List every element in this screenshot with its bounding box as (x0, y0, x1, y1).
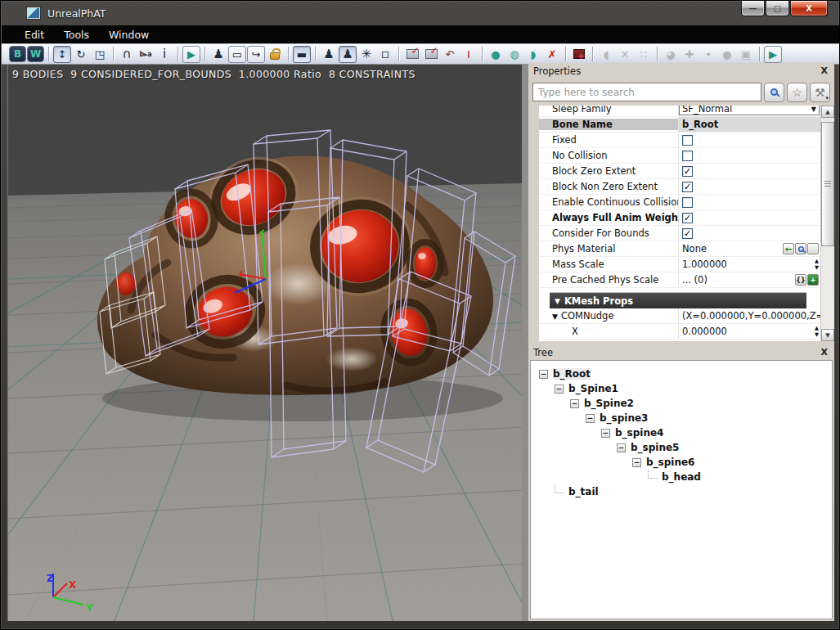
checkbox-checked[interactable]: ✓ (682, 228, 693, 239)
body-mode-button[interactable]: B (9, 46, 26, 62)
menu-item-tools[interactable]: Tools (54, 27, 99, 43)
viewport-3d-scene[interactable]: Z X Y (8, 65, 522, 621)
add-element-icon[interactable]: + (807, 274, 819, 286)
delete-constraint-button[interactable]: ✕ (616, 46, 634, 63)
value-spinner[interactable]: ▲▼ (815, 326, 819, 337)
property-value[interactable]: b_Root (678, 117, 820, 132)
properties-scrollbar[interactable]: ▲ ▼ (820, 106, 834, 341)
add-sphere-button[interactable]: ● (487, 46, 505, 63)
value-spinner[interactable]: ▲▼ (815, 259, 819, 270)
maximize-button[interactable]: □ (766, 1, 789, 16)
expand-triangle-icon[interactable]: ▼ (552, 313, 558, 321)
show-skeleton-button[interactable]: ♟ (209, 46, 227, 63)
tree-item-b_tail[interactable]: b_tail (531, 484, 832, 499)
checkbox-unchecked[interactable] (682, 197, 693, 208)
property-row-block-non-zero-extent[interactable]: Block Non Zero Extent✓ (539, 179, 820, 195)
convert-to-skeletal-button[interactable]: ● (718, 46, 736, 63)
constraint-snap-button[interactable]: ◖ (597, 46, 615, 63)
property-value[interactable]: 1.000000▲▼ (678, 257, 820, 272)
property-row-bone-name[interactable]: Bone Nameb_Root (539, 117, 820, 133)
property-value[interactable]: ✓ (678, 179, 820, 194)
property-value[interactable]: ... (0){}+ (678, 272, 820, 287)
use-selected-icon[interactable]: ← (783, 243, 794, 254)
tree-expander-icon[interactable]: − (539, 370, 548, 379)
lock-rotation-button[interactable] (266, 46, 284, 63)
property-row-always-full-anim-weight[interactable]: Always Full Anim Weight✓ (539, 210, 820, 226)
search-favorites-button[interactable]: ☆ (787, 83, 807, 102)
tree-expander-icon[interactable]: − (586, 414, 595, 423)
fix-all-bodies-button[interactable]: ▣ (737, 46, 755, 63)
tree-expander-icon[interactable]: − (632, 458, 641, 467)
property-row-no-collision[interactable]: No Collision (539, 148, 820, 164)
play-button[interactable]: ▶ (764, 46, 782, 63)
property-row-consider-for-bounds[interactable]: Consider For Bounds✓ (539, 226, 820, 241)
draw-anim-skeleton-button[interactable]: ♟ (320, 46, 338, 63)
property-row-pre-cached-phys-scale[interactable]: Pre Cached Phys Scale... (0){}+ (539, 272, 820, 288)
checkbox-checked[interactable]: ✓ (682, 166, 693, 177)
property-value[interactable]: 0.000000▲▼ (678, 324, 820, 339)
tree-item-b_spine3[interactable]: −b_spine3 (531, 411, 832, 425)
show-collision-wireframe-button[interactable]: ▭ (228, 46, 246, 63)
simulate-button[interactable]: ▶ (182, 46, 200, 63)
tree-item-b_root[interactable]: −b_Root (531, 367, 832, 381)
scroll-up-button[interactable]: ▲ (821, 106, 834, 118)
show-floor-button[interactable]: ▬ (293, 46, 311, 63)
tree-item-b_spine6[interactable]: −b_spine6 (531, 455, 832, 470)
copy-to-mirror-button[interactable] (403, 46, 421, 63)
property-value[interactable] (678, 195, 820, 209)
property-value[interactable]: None← (678, 241, 820, 256)
tree-expander-icon[interactable]: − (555, 385, 564, 394)
draw-mesh-button[interactable]: ♟ (339, 46, 357, 63)
show-constraint-button[interactable]: ↪ (247, 46, 265, 63)
find-in-browser-icon[interactable] (795, 243, 806, 254)
property-row-block-zero-extent[interactable]: Block Zero Extent✓ (539, 164, 820, 179)
tree-close-button[interactable]: X (820, 347, 829, 358)
copy-properties-button[interactable]: b▸a (137, 46, 155, 63)
scale-button[interactable]: ◳ (91, 46, 109, 63)
property-row-mass-scale[interactable]: Mass Scale1.000000▲▼ (539, 257, 820, 272)
search-go-button[interactable] (764, 83, 784, 102)
property-row-x[interactable]: X0.000000▲▼ (539, 324, 820, 340)
search-options-button[interactable]: ⚒▾ (810, 83, 830, 102)
braces-icon[interactable]: {} (795, 274, 806, 286)
add-capsule-button[interactable]: ◗ (524, 46, 542, 63)
undo-setup-button[interactable]: ↶ (441, 46, 459, 63)
tree-expander-icon[interactable]: − (570, 399, 579, 408)
instance-flag-button[interactable]: I (460, 46, 478, 63)
tree-item-b_spine1[interactable]: −b_Spine1 (531, 381, 832, 396)
minimize-button[interactable]: — (741, 1, 765, 16)
title-bar[interactable]: UnrealPhAT —□X (1, 1, 839, 25)
property-value[interactable]: (X=0.000000,Y=0.000000,Z=0.00 (678, 308, 820, 323)
close-button[interactable]: X (790, 1, 828, 16)
properties-close-button[interactable]: X (820, 65, 829, 76)
checkbox-checked[interactable]: ✓ (682, 182, 693, 192)
property-value[interactable]: ✓ (678, 210, 820, 225)
tree-item-b_spine4[interactable]: −b_spine4 (531, 425, 832, 440)
property-row-phys-material[interactable]: Phys MaterialNone← (539, 241, 820, 257)
clear-icon[interactable] (807, 243, 819, 254)
menu-item-edit[interactable]: Edit (15, 27, 54, 43)
rotate-button[interactable]: ↻ (72, 46, 90, 63)
snap-button[interactable]: ∩ (118, 46, 136, 63)
delete-primitive-button[interactable]: ✗ (543, 46, 561, 63)
panel-splitter[interactable] (522, 65, 528, 621)
show-com-button[interactable]: ✳ (357, 46, 375, 63)
kmesh-props-section-header[interactable]: ▼ KMesh Props (550, 292, 806, 308)
tree-item-b_spine2[interactable]: −b_Spine2 (531, 396, 832, 411)
property-value[interactable]: SF_Normal▼ (678, 106, 820, 116)
duplicate-primitive-button[interactable] (570, 46, 588, 63)
viewport[interactable]: Z X Y 9 BODIES 9 CONSIDERED_FOR_BOUNDS 1… (7, 65, 522, 621)
combo-arrow-icon[interactable]: ▼ (811, 106, 816, 113)
constraint-mode-button[interactable]: W (27, 46, 44, 62)
tree-item-b_spine5[interactable]: −b_spine5 (531, 440, 832, 455)
instance-properties-button[interactable]: i (155, 46, 173, 63)
menu-item-window[interactable]: Window (99, 27, 159, 43)
tree-item-b_head[interactable]: b_head (531, 470, 832, 484)
property-row-sleep-family[interactable]: Sleep FamilySF_Normal▼ (539, 106, 820, 117)
property-row-enable-continuous-collision-det[interactable]: Enable Continuous Collision Det (539, 195, 820, 210)
property-value[interactable]: ✓ (678, 226, 820, 241)
tree-expander-icon[interactable]: − (617, 443, 626, 452)
property-row-comnudge[interactable]: ▼COMNudge(X=0.000000,Y=0.000000,Z=0.00 (539, 308, 820, 324)
tree-expander-icon[interactable]: − (601, 429, 610, 438)
show-influences-button[interactable]: ▫ (376, 46, 394, 63)
